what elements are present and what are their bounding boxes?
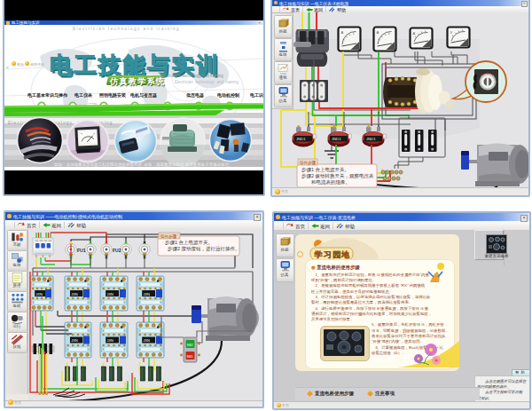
svg-text:JND1: JND1 bbox=[366, 137, 376, 141]
svg-text:帮助: 帮助 bbox=[76, 223, 87, 229]
svg-text:JXN: JXN bbox=[71, 292, 78, 296]
svg-text:JXN: JXN bbox=[143, 338, 150, 343]
svg-text:返回: 返回 bbox=[320, 224, 330, 230]
svg-text:学习园地: 学习园地 bbox=[315, 250, 351, 259]
svg-text:步骤1 合上电源开关。: 步骤1 合上电源开关。 bbox=[301, 167, 349, 173]
svg-text:JXN: JXN bbox=[106, 338, 113, 343]
svg-text:FU1: FU1 bbox=[77, 248, 86, 253]
svg-text:JXN: JXN bbox=[71, 338, 78, 343]
svg-text:操作步骤: 操作步骤 bbox=[299, 160, 317, 165]
svg-text:首页: 首页 bbox=[291, 7, 300, 12]
svg-text:和电流表的现象。: 和电流表的现象。 bbox=[311, 179, 350, 186]
svg-text:FU2: FU2 bbox=[113, 248, 121, 253]
svg-text:返回: 返回 bbox=[51, 223, 61, 229]
svg-text:JXN: JXN bbox=[35, 292, 43, 296]
svg-text:帮助: 帮助 bbox=[345, 224, 356, 230]
svg-text:JXN: JXN bbox=[143, 292, 150, 296]
svg-text:步骤2 拨动转换开关，观察电压表: 步骤2 拨动转换开关，观察电压表 bbox=[301, 173, 374, 179]
svg-text:首页: 首页 bbox=[295, 224, 306, 229]
svg-text:步骤2 按动按钮，进行运行操作。: 步骤2 按动按钮，进行运行操作。 bbox=[168, 246, 240, 252]
svg-text:A: A bbox=[413, 31, 416, 36]
svg-text:V: V bbox=[450, 30, 453, 35]
svg-text:JND1: JND1 bbox=[332, 137, 341, 141]
svg-text:首页: 首页 bbox=[27, 223, 37, 228]
svg-text:JXN: JXN bbox=[106, 292, 113, 296]
svg-text:A: A bbox=[377, 30, 379, 35]
svg-text:JND1: JND1 bbox=[296, 137, 306, 141]
svg-text:A: A bbox=[341, 30, 344, 35]
svg-text:SB1: SB1 bbox=[186, 355, 192, 359]
svg-text:操作步骤: 操作步骤 bbox=[160, 233, 177, 239]
svg-text:步骤1 合上电源开关。: 步骤1 合上电源开关。 bbox=[165, 240, 213, 246]
svg-text:SB2: SB2 bbox=[186, 344, 192, 347]
